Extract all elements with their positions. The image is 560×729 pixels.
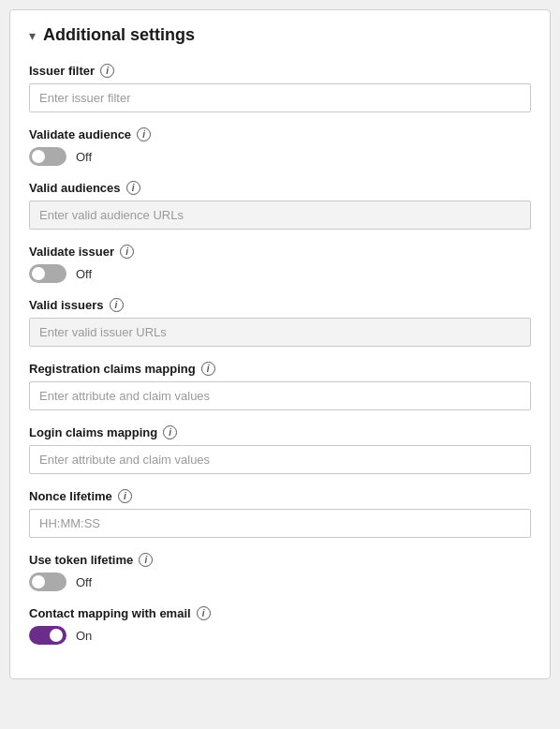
validate-audience-toggle[interactable] [29,147,66,166]
additional-settings-card: ▾ Additional settings Issuer filter i Va… [9,9,551,679]
issuer-filter-label: Issuer filter i [29,64,531,78]
use-token-lifetime-group: Use token lifetime i Off [29,553,531,591]
valid-issuers-info-icon[interactable]: i [110,298,124,312]
contact-mapping-toggle[interactable] [29,626,66,645]
login-claims-label: Login claims mapping i [29,425,531,439]
validate-issuer-toggle-row: Off [29,264,531,283]
valid-audiences-label: Valid audiences i [29,181,531,195]
validate-issuer-toggle[interactable] [29,264,66,283]
nonce-lifetime-input[interactable] [29,509,531,538]
validate-audience-toggle-label: Off [76,150,92,164]
validate-issuer-info-icon[interactable]: i [120,245,134,259]
registration-claims-group: Registration claims mapping i [29,362,531,410]
login-claims-input[interactable] [29,445,531,474]
registration-claims-info-icon[interactable]: i [201,362,215,376]
contact-mapping-label: Contact mapping with email i [29,606,531,620]
nonce-lifetime-info-icon[interactable]: i [118,489,132,503]
use-token-lifetime-toggle-label: Off [76,575,92,589]
validate-audience-group: Validate audience i Off [29,127,531,166]
validate-audience-info-icon[interactable]: i [137,127,151,141]
use-token-lifetime-toggle-row: Off [29,573,531,591]
validate-issuer-group: Validate issuer i Off [29,245,531,283]
valid-audiences-input[interactable] [29,201,531,230]
contact-mapping-toggle-label: On [76,629,92,643]
use-token-lifetime-label: Use token lifetime i [29,553,531,567]
issuer-filter-group: Issuer filter i [29,64,531,112]
valid-issuers-group: Valid issuers i [29,298,531,347]
nonce-lifetime-label: Nonce lifetime i [29,489,531,503]
registration-claims-label: Registration claims mapping i [29,362,531,376]
valid-audiences-info-icon[interactable]: i [126,181,140,195]
login-claims-info-icon[interactable]: i [163,425,177,439]
collapse-chevron-icon[interactable]: ▾ [29,28,36,43]
contact-mapping-info-icon[interactable]: i [197,606,211,620]
use-token-lifetime-toggle[interactable] [29,573,66,591]
nonce-lifetime-group: Nonce lifetime i [29,489,531,538]
use-token-lifetime-info-icon[interactable]: i [139,553,153,567]
issuer-filter-info-icon[interactable]: i [100,64,114,78]
validate-audience-toggle-row: Off [29,147,531,166]
validate-issuer-toggle-label: Off [76,267,92,281]
valid-audiences-group: Valid audiences i [29,181,531,230]
section-header: ▾ Additional settings [29,25,531,45]
validate-audience-label: Validate audience i [29,127,531,141]
section-title: Additional settings [43,25,195,45]
validate-issuer-label: Validate issuer i [29,245,531,259]
valid-issuers-input[interactable] [29,318,531,347]
issuer-filter-input[interactable] [29,83,531,112]
login-claims-group: Login claims mapping i [29,425,531,474]
contact-mapping-group: Contact mapping with email i On [29,606,531,645]
valid-issuers-label: Valid issuers i [29,298,531,312]
registration-claims-input[interactable] [29,381,531,410]
contact-mapping-toggle-row: On [29,626,531,645]
